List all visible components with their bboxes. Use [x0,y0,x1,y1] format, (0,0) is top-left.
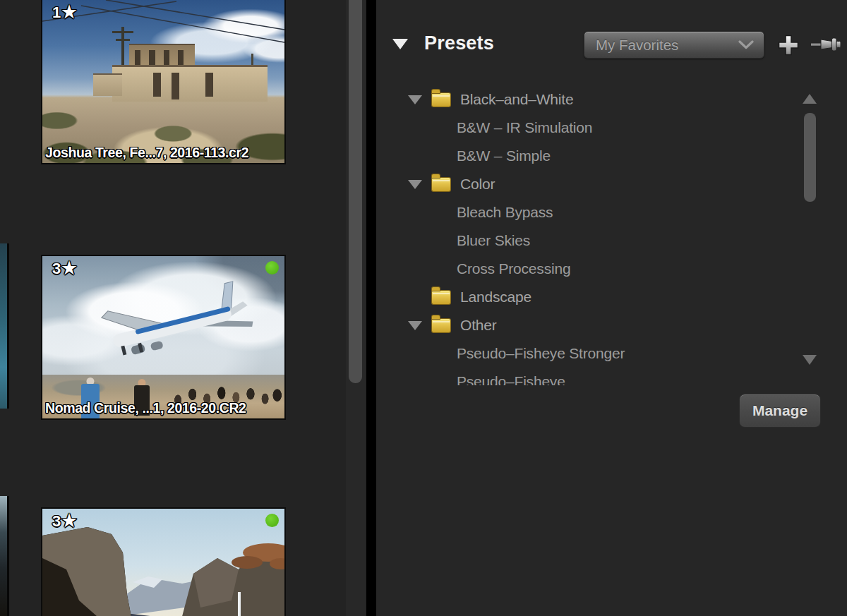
preset-item[interactable]: B&W – Simple [376,142,797,170]
panel-divider [366,0,376,616]
presets-panel-title: Presets [424,32,494,54]
preset-item[interactable]: Pseudo–Fisheye Stronger [376,339,797,368]
presets-panel: Presets My Favorites [376,0,847,616]
filmstrip-scrollbar-thumb[interactable] [349,0,362,383]
preset-label: Pseudo–Fisheye Stronger [457,345,625,362]
folder-label: Black–and–White [460,91,573,108]
star-icon: ★ [61,258,77,277]
folder-icon [432,178,450,191]
rating-value: 3 [52,260,61,277]
thumbnail-filename: Nomad Cruise, ...1, 2016-20.CR2 [45,400,283,416]
preset-item[interactable]: B&W – IR Simulation [376,114,797,142]
tree-scrollbar-thumb[interactable] [804,113,816,202]
preset-label: Bleach Bypass [457,204,553,221]
preset-label: B&W – IR Simulation [457,119,592,136]
favorites-dropdown[interactable]: My Favorites [584,31,764,59]
favorites-dropdown-value: My Favorites [596,37,678,54]
preset-item[interactable]: Cross Processing [376,255,797,283]
rating-value: 3 [52,512,61,530]
pin-panel-button[interactable] [811,36,843,53]
partial-thumbnail[interactable] [0,496,9,616]
folder-label: Other [460,317,497,334]
tree-scroll-up-arrow[interactable] [803,94,817,104]
preset-folder-color[interactable]: Color [376,170,797,198]
collapse-triangle-icon[interactable] [408,180,422,189]
folder-icon [432,319,450,332]
status-dot-green [265,514,279,527]
collapse-triangle-icon[interactable] [408,95,422,104]
photo-joshua-tree [42,0,284,163]
building-main [112,65,268,102]
manage-presets-button[interactable]: Manage [739,394,821,428]
yosemite-art [42,509,284,616]
thumbnail-yosemite[interactable]: 3★ [41,507,286,616]
folder-icon [432,93,450,107]
rating-badge: 3★ [52,258,77,278]
plus-icon [778,35,799,56]
aftershot-workspace: 1★ Joshua Tree, Fe...7, 2016-113.cr2 [0,0,847,616]
photo-yosemite [42,509,284,616]
preset-label: Bluer Skies [457,232,530,249]
building-shed [93,73,122,96]
filmstrip-scrollbar-track[interactable] [346,0,366,616]
preset-label: Cross Processing [457,260,570,277]
preset-folder-other[interactable]: Other [376,311,797,339]
chevron-down-icon [738,40,754,49]
thumbnail-nomad-cruise[interactable]: 3★ Nomad Cruise, ...1, 2016-20.CR2 [41,255,286,420]
rating-badge: 1★ [52,2,77,22]
folder-label: Color [460,176,495,193]
status-dot-green [265,261,279,274]
folder-label: Landscape [460,289,531,306]
partial-thumbnail[interactable] [0,243,9,409]
preset-folder-black-and-white[interactable]: Black–and–White [376,85,797,114]
folder-icon [432,291,450,304]
thumbnail-joshua-tree[interactable]: 1★ Joshua Tree, Fe...7, 2016-113.cr2 [41,0,286,164]
pushpin-icon [811,36,843,53]
preset-label: Pseudo–Fisheye [457,373,565,385]
filmstrip-panel: 1★ Joshua Tree, Fe...7, 2016-113.cr2 [0,0,366,616]
preset-item[interactable]: Bleach Bypass [376,198,797,227]
tree-scroll-down-arrow[interactable] [803,355,817,365]
manage-button-label: Manage [752,402,807,419]
photo-airplane [42,256,284,418]
star-icon: ★ [61,511,77,530]
presets-tree: Black–and–White B&W – IR Simulation B&W … [376,85,797,385]
rating-value: 1 [52,4,61,21]
preset-item[interactable]: Pseudo–Fisheye [376,368,797,385]
thumbnail-filename: Joshua Tree, Fe...7, 2016-113.cr2 [45,145,283,161]
preset-folder-landscape[interactable]: Landscape [376,283,797,311]
preset-label: B&W – Simple [457,147,551,164]
star-icon: ★ [61,2,77,21]
presets-collapse-triangle-icon[interactable] [392,39,408,49]
collapse-triangle-icon[interactable] [408,321,422,330]
preset-item[interactable]: Bluer Skies [376,227,797,255]
rating-badge: 3★ [52,511,77,531]
add-preset-button[interactable] [778,35,799,56]
